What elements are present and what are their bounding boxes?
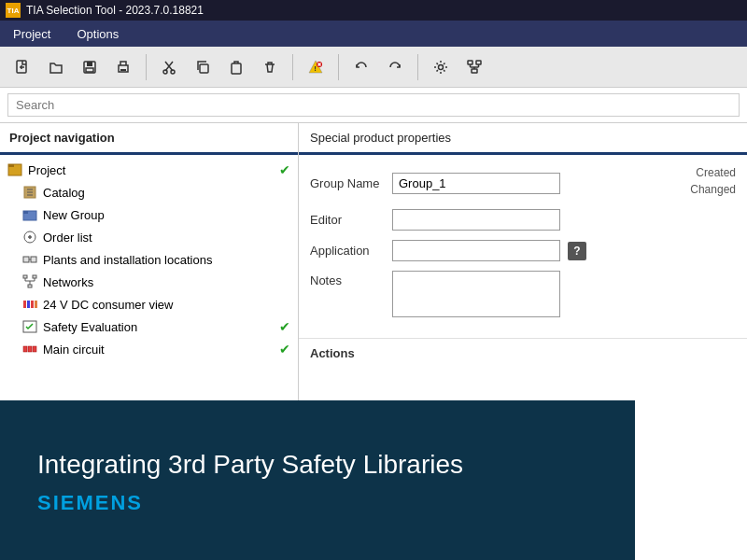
siemens-logo: SIEMENS: [37, 491, 598, 515]
group-name-row: Group Name Created Changed: [310, 166, 736, 200]
project-icon: [7, 162, 22, 177]
menu-project[interactable]: Project: [7, 23, 56, 45]
save-button[interactable]: [75, 52, 105, 82]
svg-rect-46: [31, 301, 34, 308]
order-list-icon: [22, 230, 37, 245]
notes-row: Notes: [310, 271, 736, 317]
nav-item-project[interactable]: Project ✔: [0, 159, 298, 181]
delete-button[interactable]: [255, 52, 285, 82]
application-row: Application ?: [310, 240, 736, 261]
redo-button[interactable]: [380, 52, 410, 82]
main-area: Project navigation Project ✔: [0, 123, 747, 560]
nav-label-networks: Networks: [43, 275, 290, 289]
search-bar: [0, 88, 747, 123]
svg-point-17: [439, 64, 444, 69]
nav-label-main-circuit: Main circuit: [43, 343, 274, 357]
nav-label-new-group: New Group: [43, 208, 290, 222]
svg-rect-10: [200, 64, 208, 73]
editor-label: Editor: [310, 213, 385, 227]
svg-rect-20: [472, 69, 477, 73]
plants-icon: [22, 252, 37, 267]
nav-item-main-circuit[interactable]: Main circuit ✔: [0, 338, 298, 360]
nav-item-catalog[interactable]: Catalog: [0, 181, 298, 203]
svg-rect-47: [35, 301, 37, 308]
menu-bar: Project Options: [0, 21, 747, 47]
nav-label-project: Project: [28, 163, 274, 177]
svg-rect-38: [33, 275, 36, 278]
network-button[interactable]: [459, 52, 489, 82]
svg-rect-49: [23, 346, 27, 352]
application-input[interactable]: [392, 240, 560, 261]
new-file-button[interactable]: [7, 52, 37, 82]
validate-button[interactable]: !: [301, 52, 331, 82]
editor-input[interactable]: [392, 209, 560, 231]
svg-rect-50: [28, 346, 32, 352]
undo-button[interactable]: [346, 52, 376, 82]
catalog-icon: [22, 185, 37, 200]
svg-text:!: !: [314, 64, 317, 73]
help-button[interactable]: ?: [568, 242, 586, 260]
application-label: Application: [310, 244, 385, 258]
nav-label-plants: Plants and installation locations: [43, 253, 290, 267]
nav-label-24v-dc: 24 V DC consumer view: [43, 298, 290, 312]
svg-rect-32: [23, 211, 28, 214]
created-changed-area: Created Changed: [690, 166, 736, 200]
svg-rect-18: [468, 61, 472, 64]
check-icon-main-circuit: ✔: [279, 342, 290, 357]
nav-item-safety-eval[interactable]: Safety Evaluation ✔: [0, 315, 298, 338]
svg-rect-26: [8, 164, 14, 167]
new-group-icon: [22, 207, 37, 222]
toolbar-sep-4: [417, 54, 418, 80]
svg-rect-37: [23, 275, 27, 278]
svg-rect-35: [31, 257, 36, 262]
svg-point-9: [171, 70, 175, 74]
app-title: TIA Selection Tool - 2023.7.0.18821: [26, 4, 204, 17]
svg-rect-39: [28, 285, 32, 287]
editor-row: Editor: [310, 209, 736, 231]
check-icon-safety: ✔: [279, 319, 290, 334]
nav-item-24v-dc[interactable]: 24 V DC consumer view: [0, 293, 298, 315]
properties-form: Group Name Created Changed Editor Applic…: [299, 155, 747, 338]
svg-rect-7: [120, 69, 126, 71]
toolbar-sep-2: [292, 54, 293, 80]
menu-options[interactable]: Options: [71, 23, 124, 45]
created-label: Created: [690, 166, 736, 179]
nav-item-plants[interactable]: Plants and installation locations: [0, 248, 298, 271]
copy-button[interactable]: [188, 52, 218, 82]
group-name-input[interactable]: [392, 173, 560, 194]
svg-rect-45: [27, 301, 30, 308]
svg-rect-4: [87, 62, 92, 66]
open-button[interactable]: [41, 52, 71, 82]
print-button[interactable]: [108, 52, 138, 82]
changed-label: Changed: [690, 183, 736, 196]
config-button[interactable]: [426, 52, 456, 82]
svg-rect-51: [33, 346, 36, 352]
properties-panel-header: Special product properties: [299, 123, 747, 155]
svg-rect-19: [476, 61, 481, 64]
nav-item-order-list[interactable]: Order list: [0, 226, 298, 248]
paste-button[interactable]: [221, 52, 251, 82]
group-name-label: Group Name: [310, 176, 385, 190]
svg-rect-11: [232, 63, 241, 74]
networks-icon: [22, 274, 37, 289]
main-circuit-icon: [22, 342, 37, 357]
cut-button[interactable]: [154, 52, 184, 82]
nav-item-new-group[interactable]: New Group: [0, 203, 298, 226]
tia-logo: TIA: [6, 3, 21, 18]
24v-dc-icon: [22, 297, 37, 312]
actions-section: Actions: [299, 338, 747, 368]
toolbar: !: [0, 47, 747, 88]
svg-rect-5: [86, 68, 93, 72]
notes-input[interactable]: [392, 271, 560, 317]
toolbar-sep-1: [146, 54, 147, 80]
nav-label-order-list: Order list: [43, 231, 290, 245]
svg-rect-44: [23, 301, 26, 308]
title-bar: TIA TIA Selection Tool - 2023.7.0.18821: [0, 0, 747, 21]
overlay-banner: Integrating 3rd Party Safety Libraries S…: [0, 400, 635, 560]
safety-eval-icon: [22, 319, 37, 334]
nav-item-networks[interactable]: Networks: [0, 271, 298, 293]
toolbar-sep-3: [338, 54, 339, 80]
search-input[interactable]: [7, 93, 740, 117]
banner-title: Integrating 3rd Party Safety Libraries: [37, 450, 598, 480]
nav-label-safety-eval: Safety Evaluation: [43, 320, 274, 334]
